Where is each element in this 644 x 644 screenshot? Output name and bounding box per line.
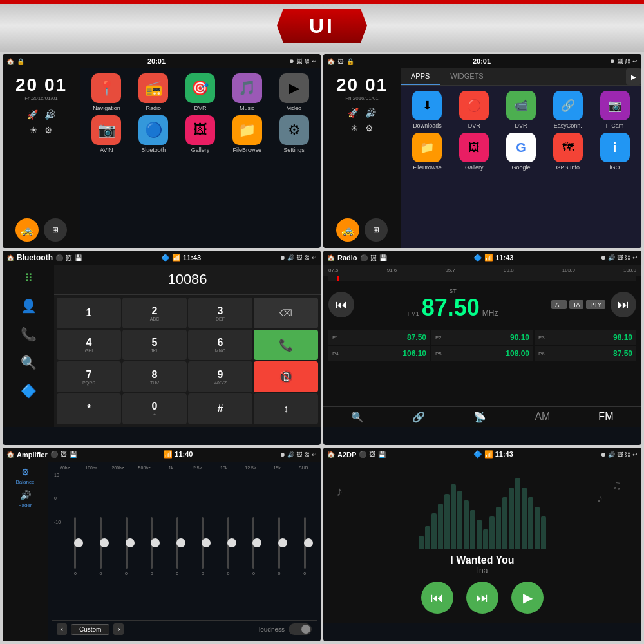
slider-60hz[interactable] — [69, 517, 82, 569]
app-gallery[interactable]: 🖼 Gallery — [179, 115, 222, 153]
app-radio[interactable]: 📻 Radio — [132, 73, 175, 111]
radio-prev-button[interactable]: ⏮ — [328, 292, 354, 317]
radio-next-button[interactable]: ⏭ — [611, 292, 636, 317]
slider-12k5[interactable] — [247, 517, 260, 569]
slider-10k[interactable] — [222, 517, 234, 569]
status-bar-2: 🏠 🖼 🔒 20:01 ⏺ 🖼 ⛓ ↩ — [323, 54, 641, 68]
slider-15k[interactable] — [273, 517, 286, 569]
img-icon-3b: 🖼 — [296, 254, 302, 261]
slider-200hz[interactable] — [120, 517, 133, 569]
key-star[interactable]: * — [57, 393, 121, 424]
radio-fm-button[interactable]: FM — [598, 411, 613, 423]
bt-call-log-icon[interactable]: 📞 — [21, 327, 37, 342]
slider-100hz[interactable] — [94, 517, 107, 569]
app-music[interactable]: 🎵 Music — [225, 73, 269, 111]
radio-antenna-icon[interactable]: 📡 — [473, 411, 486, 423]
bt-settings-icon[interactable]: 🔷 — [21, 383, 37, 399]
next-track-button[interactable]: ⏭ — [466, 582, 498, 614]
store-button[interactable]: ▶ — [626, 68, 641, 85]
freq-needle — [337, 276, 339, 281]
prev-track-button[interactable]: ⏮ — [421, 582, 453, 614]
app-avin[interactable]: 📷 AVIN — [85, 115, 128, 153]
app-gpsinfo[interactable]: 🗺 GPS Info — [546, 133, 589, 171]
back-icon: ↩ — [312, 58, 317, 64]
eq-prev-button[interactable]: ‹ — [57, 623, 67, 635]
downloads-icon: ⬇ — [412, 91, 442, 120]
tab-widgets[interactable]: WIDGETS — [440, 68, 493, 85]
loudness-toggle[interactable] — [289, 623, 312, 635]
app-igo[interactable]: i iGO — [593, 133, 636, 171]
app-google[interactable]: G Google — [500, 133, 543, 171]
app-fcam[interactable]: 📷 F-Cam — [593, 91, 636, 129]
status-right-5: ⏺ 🔊 🖼 ⛓ ↩ — [279, 451, 317, 458]
app-dvr[interactable]: 🎯 DVR — [179, 73, 222, 111]
eq-fader-item[interactable]: 🔊 Fader — [8, 490, 43, 508]
radio-search-icon[interactable]: 🔍 — [351, 411, 364, 423]
radio-mode-label: FM1 — [408, 310, 419, 317]
key-8[interactable]: 8TUV — [122, 361, 187, 392]
apps-apps-button[interactable]: ⊞ — [365, 218, 388, 242]
app-gallery2[interactable]: 🖼 Gallery — [453, 133, 496, 171]
bt-search-icon[interactable]: 🔍 — [21, 355, 37, 370]
key-7[interactable]: 7PQRS — [57, 361, 121, 392]
preset-p6[interactable]: P6 87.50 — [535, 346, 636, 361]
key-9[interactable]: 9WXYZ — [188, 361, 252, 392]
dvr3-icon: 📹 — [506, 91, 536, 120]
key-del[interactable]: ⌫ — [254, 298, 318, 328]
status-bar-5: 🏠 Amplifier ⚫ 🖼 💾 📶 11:40 ⏺ 🔊 🖼 ⛓ ↩ — [3, 448, 321, 462]
app-video[interactable]: ▶ Video — [272, 73, 316, 111]
app-filebrowse[interactable]: 📁 FileBrowse — [225, 115, 269, 153]
app-dvr-2[interactable]: 🔴 DVR — [453, 91, 496, 129]
bt-contact-icon[interactable]: 👤 — [21, 298, 37, 314]
key-4[interactable]: 4GHI — [57, 330, 121, 361]
eq-band-labels: 60hz 100hz 200hz 500hz 1k 2.5k 10k 12.5k… — [52, 466, 317, 470]
radio-connect-icon[interactable]: 🔗 — [412, 411, 425, 423]
app-easyconn[interactable]: 🔗 EasyConn. — [546, 91, 589, 129]
home-controls: 🚀 🔊 ☀ ⚙ — [27, 109, 55, 135]
app-bluetooth[interactable]: 🔵 Bluetooth — [132, 115, 175, 153]
bt-keypad-icon[interactable]: ⠿ — [24, 271, 33, 285]
slider-2k5[interactable] — [196, 517, 209, 569]
apps-taxi-button[interactable]: 🚕 — [336, 218, 359, 242]
eq-next-button[interactable]: › — [113, 623, 124, 635]
apps-button[interactable]: ⊞ — [44, 218, 67, 242]
preset-p5[interactable]: P5 108.00 — [431, 346, 533, 361]
af-button[interactable]: AF — [551, 300, 567, 309]
slider-500hz[interactable] — [146, 517, 158, 569]
key-swap[interactable]: ↕ — [254, 393, 318, 424]
img-icon-5b: 🖼 — [296, 451, 302, 458]
status-right-3: ⏺ 🔊 🖼 ⛓ ↩ — [279, 254, 317, 261]
tab-apps[interactable]: APPS — [401, 68, 440, 85]
app-navigation[interactable]: 📍 Navigation — [85, 73, 128, 111]
key-5[interactable]: 5JKL — [122, 330, 187, 361]
play-button[interactable]: ▶ — [511, 582, 544, 614]
taxi-button[interactable]: 🚕 — [15, 218, 39, 242]
slider-sub[interactable] — [298, 517, 311, 569]
key-hash[interactable]: # — [188, 393, 252, 424]
key-3[interactable]: 3DEF — [188, 298, 252, 328]
avin-icon: 📷 — [91, 115, 121, 145]
eq-preset-button[interactable]: Custom — [71, 624, 109, 635]
pty-button[interactable]: PTY — [586, 300, 605, 309]
key-end[interactable]: 📵 — [254, 361, 318, 392]
key-2[interactable]: 2ABC — [122, 298, 187, 328]
key-1[interactable]: 1 — [57, 298, 121, 328]
slider-1k[interactable] — [171, 517, 184, 569]
app-filebrowse2[interactable]: 📁 FileBrowse — [406, 133, 449, 171]
status-right-2: ⏺ 🖼 ⛓ ↩ — [609, 58, 638, 64]
key-call[interactable]: 📞 — [254, 330, 318, 361]
preset-p3[interactable]: P3 98.10 — [535, 330, 636, 345]
preset-p1[interactable]: P1 87.50 — [328, 330, 430, 345]
ta-button[interactable]: TA — [569, 300, 584, 309]
app-dvr-3[interactable]: 📹 DVR — [500, 91, 543, 129]
key-6[interactable]: 6MNO — [188, 330, 252, 361]
easyconn-label: EasyConn. — [554, 122, 582, 129]
eq-balance-item[interactable]: ⚙ Balance — [8, 467, 43, 485]
app-downloads[interactable]: ⬇ Downloads — [406, 91, 449, 129]
preset-p2[interactable]: P2 90.10 — [431, 330, 533, 345]
preset-p4[interactable]: P4 106.10 — [328, 346, 430, 361]
key-0[interactable]: 0+ — [122, 393, 187, 424]
radio-presets: P1 87.50 P2 90.10 P3 98.10 P4 10 — [323, 328, 641, 406]
app-settings[interactable]: ⚙ Settings — [272, 115, 316, 153]
radio-am-button[interactable]: AM — [535, 411, 550, 423]
